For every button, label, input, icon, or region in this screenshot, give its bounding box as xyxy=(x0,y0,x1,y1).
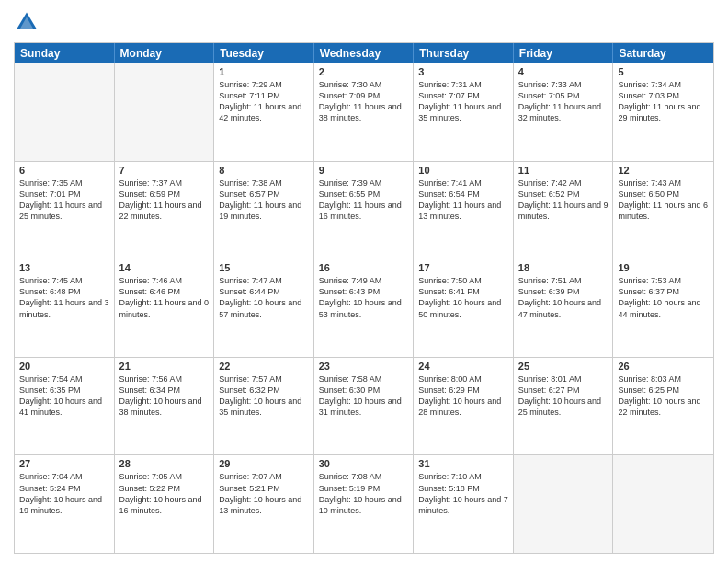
day-number: 18 xyxy=(518,262,609,273)
cell-info: Sunrise: 7:31 AM Sunset: 7:07 PM Dayligh… xyxy=(418,79,508,124)
cal-row: 13Sunrise: 7:45 AM Sunset: 6:48 PM Dayli… xyxy=(15,259,713,357)
cal-cell: 7Sunrise: 7:37 AM Sunset: 6:59 PM Daylig… xyxy=(115,162,215,259)
cell-info: Sunrise: 7:10 AM Sunset: 5:18 PM Dayligh… xyxy=(418,471,508,516)
cell-info: Sunrise: 7:43 AM Sunset: 6:50 PM Dayligh… xyxy=(618,178,709,223)
header xyxy=(14,9,714,35)
day-number: 31 xyxy=(418,458,508,469)
cal-cell: 27Sunrise: 7:04 AM Sunset: 5:24 PM Dayli… xyxy=(15,455,115,553)
day-number: 3 xyxy=(418,66,508,77)
cell-info: Sunrise: 7:33 AM Sunset: 7:05 PM Dayligh… xyxy=(518,79,609,124)
cell-info: Sunrise: 7:47 AM Sunset: 6:44 PM Dayligh… xyxy=(219,275,309,320)
cell-info: Sunrise: 7:35 AM Sunset: 7:01 PM Dayligh… xyxy=(19,178,109,223)
cal-cell xyxy=(115,63,215,161)
cal-cell: 17Sunrise: 7:50 AM Sunset: 6:41 PM Dayli… xyxy=(414,259,514,357)
cell-info: Sunrise: 8:01 AM Sunset: 6:27 PM Dayligh… xyxy=(518,373,609,419)
cal-row: 6Sunrise: 7:35 AM Sunset: 7:01 PM Daylig… xyxy=(15,161,713,259)
cal-row: 1Sunrise: 7:29 AM Sunset: 7:11 PM Daylig… xyxy=(15,63,713,161)
cal-cell: 15Sunrise: 7:47 AM Sunset: 6:44 PM Dayli… xyxy=(214,259,314,357)
day-number: 4 xyxy=(518,66,609,77)
cal-cell xyxy=(15,63,115,161)
cell-info: Sunrise: 7:46 AM Sunset: 6:46 PM Dayligh… xyxy=(119,275,210,320)
cal-cell xyxy=(514,455,614,553)
cal-cell: 14Sunrise: 7:46 AM Sunset: 6:46 PM Dayli… xyxy=(115,259,215,357)
cell-info: Sunrise: 7:05 AM Sunset: 5:22 PM Dayligh… xyxy=(119,471,210,516)
page: SundayMondayTuesdayWednesdayThursdayFrid… xyxy=(0,0,728,563)
cal-header-day: Thursday xyxy=(414,43,514,63)
cal-header-day: Monday xyxy=(115,43,215,63)
cal-cell: 13Sunrise: 7:45 AM Sunset: 6:48 PM Dayli… xyxy=(15,259,115,357)
cal-header-day: Sunday xyxy=(15,43,115,63)
day-number: 8 xyxy=(219,165,309,176)
cal-cell: 20Sunrise: 7:54 AM Sunset: 6:35 PM Dayli… xyxy=(15,358,115,455)
cal-row: 27Sunrise: 7:04 AM Sunset: 5:24 PM Dayli… xyxy=(15,454,713,553)
cell-info: Sunrise: 7:50 AM Sunset: 6:41 PM Dayligh… xyxy=(418,275,508,320)
calendar-header: SundayMondayTuesdayWednesdayThursdayFrid… xyxy=(15,43,713,63)
cell-info: Sunrise: 7:45 AM Sunset: 6:48 PM Dayligh… xyxy=(19,275,109,320)
cell-info: Sunrise: 7:37 AM Sunset: 6:59 PM Dayligh… xyxy=(119,178,210,223)
cell-info: Sunrise: 7:53 AM Sunset: 6:37 PM Dayligh… xyxy=(618,275,709,320)
cell-info: Sunrise: 7:08 AM Sunset: 5:19 PM Dayligh… xyxy=(319,471,409,516)
cell-info: Sunrise: 7:39 AM Sunset: 6:55 PM Dayligh… xyxy=(319,178,409,223)
cell-info: Sunrise: 7:58 AM Sunset: 6:30 PM Dayligh… xyxy=(319,373,409,419)
day-number: 7 xyxy=(119,165,210,176)
day-number: 23 xyxy=(319,361,409,372)
cell-info: Sunrise: 7:30 AM Sunset: 7:09 PM Dayligh… xyxy=(319,79,409,124)
day-number: 25 xyxy=(518,361,609,372)
cell-info: Sunrise: 7:07 AM Sunset: 5:21 PM Dayligh… xyxy=(219,471,309,516)
cal-header-day: Friday xyxy=(514,43,614,63)
day-number: 11 xyxy=(518,165,609,176)
cal-cell: 31Sunrise: 7:10 AM Sunset: 5:18 PM Dayli… xyxy=(414,455,514,553)
cell-info: Sunrise: 7:49 AM Sunset: 6:43 PM Dayligh… xyxy=(319,275,409,320)
day-number: 27 xyxy=(19,458,109,469)
cal-cell: 16Sunrise: 7:49 AM Sunset: 6:43 PM Dayli… xyxy=(314,259,415,357)
cal-cell: 5Sunrise: 7:34 AM Sunset: 7:03 PM Daylig… xyxy=(613,63,713,161)
cal-cell: 26Sunrise: 8:03 AM Sunset: 6:25 PM Dayli… xyxy=(613,358,713,455)
day-number: 16 xyxy=(319,262,409,273)
cal-header-day: Wednesday xyxy=(314,43,415,63)
day-number: 20 xyxy=(19,361,109,372)
cal-cell: 30Sunrise: 7:08 AM Sunset: 5:19 PM Dayli… xyxy=(314,455,415,553)
cal-cell: 10Sunrise: 7:41 AM Sunset: 6:54 PM Dayli… xyxy=(414,162,514,259)
cell-info: Sunrise: 7:56 AM Sunset: 6:34 PM Dayligh… xyxy=(119,373,210,419)
day-number: 10 xyxy=(418,165,508,176)
day-number: 13 xyxy=(19,262,109,273)
cal-cell: 2Sunrise: 7:30 AM Sunset: 7:09 PM Daylig… xyxy=(314,63,415,161)
day-number: 30 xyxy=(319,458,409,469)
day-number: 5 xyxy=(618,66,709,77)
cal-header-day: Tuesday xyxy=(214,43,314,63)
cal-cell: 1Sunrise: 7:29 AM Sunset: 7:11 PM Daylig… xyxy=(214,63,314,161)
day-number: 6 xyxy=(19,165,109,176)
cell-info: Sunrise: 7:38 AM Sunset: 6:57 PM Dayligh… xyxy=(219,178,309,223)
day-number: 24 xyxy=(418,361,508,372)
cell-info: Sunrise: 7:29 AM Sunset: 7:11 PM Dayligh… xyxy=(219,79,309,124)
calendar: SundayMondayTuesdayWednesdayThursdayFrid… xyxy=(14,42,714,554)
cal-cell: 4Sunrise: 7:33 AM Sunset: 7:05 PM Daylig… xyxy=(514,63,614,161)
cal-header-day: Saturday xyxy=(613,43,713,63)
cell-info: Sunrise: 7:41 AM Sunset: 6:54 PM Dayligh… xyxy=(418,178,508,223)
cal-cell: 18Sunrise: 7:51 AM Sunset: 6:39 PM Dayli… xyxy=(514,259,614,357)
day-number: 29 xyxy=(219,458,309,469)
cal-cell: 11Sunrise: 7:42 AM Sunset: 6:52 PM Dayli… xyxy=(514,162,614,259)
cell-info: Sunrise: 7:57 AM Sunset: 6:32 PM Dayligh… xyxy=(219,373,309,419)
day-number: 26 xyxy=(618,361,709,372)
day-number: 19 xyxy=(618,262,709,273)
cal-row: 20Sunrise: 7:54 AM Sunset: 6:35 PM Dayli… xyxy=(15,357,713,455)
cell-info: Sunrise: 7:51 AM Sunset: 6:39 PM Dayligh… xyxy=(518,275,609,320)
day-number: 15 xyxy=(219,262,309,273)
cal-cell: 9Sunrise: 7:39 AM Sunset: 6:55 PM Daylig… xyxy=(314,162,415,259)
cal-cell: 23Sunrise: 7:58 AM Sunset: 6:30 PM Dayli… xyxy=(314,358,415,455)
cell-info: Sunrise: 7:54 AM Sunset: 6:35 PM Dayligh… xyxy=(19,373,109,419)
cal-cell: 6Sunrise: 7:35 AM Sunset: 7:01 PM Daylig… xyxy=(15,162,115,259)
day-number: 12 xyxy=(618,165,709,176)
cal-cell: 3Sunrise: 7:31 AM Sunset: 7:07 PM Daylig… xyxy=(414,63,514,161)
cell-info: Sunrise: 8:03 AM Sunset: 6:25 PM Dayligh… xyxy=(618,373,709,419)
cell-info: Sunrise: 7:42 AM Sunset: 6:52 PM Dayligh… xyxy=(518,178,609,223)
logo xyxy=(14,9,43,35)
day-number: 1 xyxy=(219,66,309,77)
cal-cell: 19Sunrise: 7:53 AM Sunset: 6:37 PM Dayli… xyxy=(613,259,713,357)
cal-cell: 12Sunrise: 7:43 AM Sunset: 6:50 PM Dayli… xyxy=(613,162,713,259)
cell-info: Sunrise: 8:00 AM Sunset: 6:29 PM Dayligh… xyxy=(418,373,508,419)
cell-info: Sunrise: 7:04 AM Sunset: 5:24 PM Dayligh… xyxy=(19,471,109,516)
cal-cell: 28Sunrise: 7:05 AM Sunset: 5:22 PM Dayli… xyxy=(115,455,215,553)
day-number: 2 xyxy=(319,66,409,77)
